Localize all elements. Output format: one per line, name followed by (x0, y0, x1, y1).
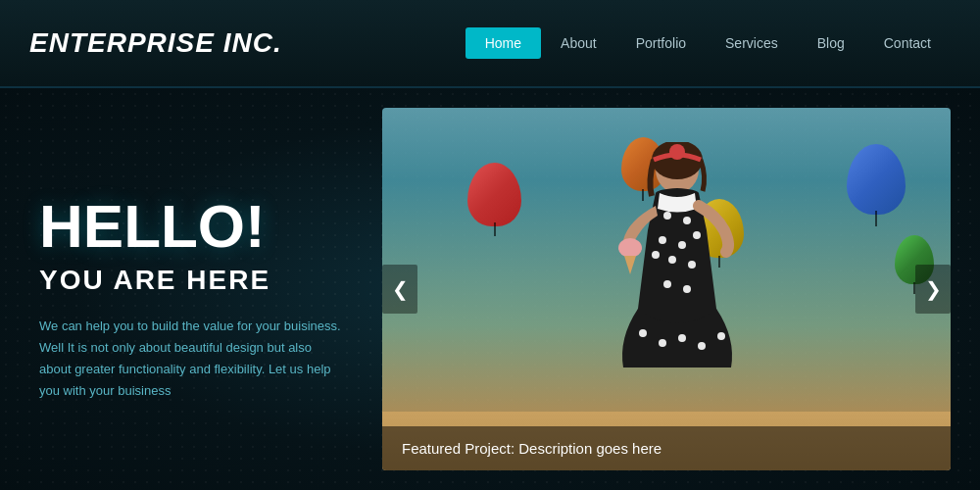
svg-point-4 (659, 236, 666, 244)
brand-logo: ENTERPRISE INC. (29, 27, 282, 59)
svg-point-15 (678, 334, 686, 342)
woman-figure (569, 142, 785, 426)
svg-point-8 (652, 251, 660, 259)
hero-content: HELLO! YOU ARE HERE We can help you to b… (0, 88, 372, 490)
svg-point-12 (618, 238, 642, 258)
slider: ❮ ❯ Featured Project: Description goes h… (382, 108, 951, 470)
svg-point-17 (717, 332, 725, 340)
svg-point-13 (639, 329, 647, 337)
main-nav: Home About Portfolio Services Blog Conta… (466, 27, 951, 59)
nav-home[interactable]: Home (466, 27, 541, 59)
page-wrapper: ENTERPRISE INC. Home About Portfolio Ser… (0, 0, 980, 490)
svg-point-16 (698, 342, 706, 350)
svg-point-14 (659, 339, 666, 347)
svg-point-6 (693, 231, 701, 239)
hero-title-large: HELLO! (39, 196, 343, 257)
nav-about[interactable]: About (541, 27, 616, 59)
main-content: HELLO! YOU ARE HERE We can help you to b… (0, 88, 980, 490)
svg-point-7 (668, 256, 676, 264)
hero-title-sub: YOU ARE HERE (39, 265, 343, 296)
hero-description: We can help you to build the value for y… (39, 316, 343, 402)
svg-point-18 (669, 144, 685, 160)
svg-point-2 (663, 212, 671, 220)
svg-point-9 (688, 261, 696, 269)
svg-point-3 (683, 217, 691, 224)
header: ENTERPRISE INC. Home About Portfolio Ser… (0, 0, 980, 88)
slider-caption-text: Featured Project: Description goes here (402, 440, 662, 457)
svg-point-10 (663, 280, 671, 288)
slider-arrow-left[interactable]: ❮ (382, 265, 417, 314)
svg-point-5 (678, 241, 686, 249)
slider-scene (382, 108, 951, 470)
slider-arrow-right[interactable]: ❯ (915, 265, 951, 314)
svg-point-11 (683, 285, 691, 293)
nav-portfolio[interactable]: Portfolio (616, 27, 706, 59)
nav-services[interactable]: Services (706, 27, 798, 59)
nav-blog[interactable]: Blog (798, 27, 864, 59)
slider-caption: Featured Project: Description goes here (382, 426, 951, 470)
nav-contact[interactable]: Contact (864, 27, 951, 59)
